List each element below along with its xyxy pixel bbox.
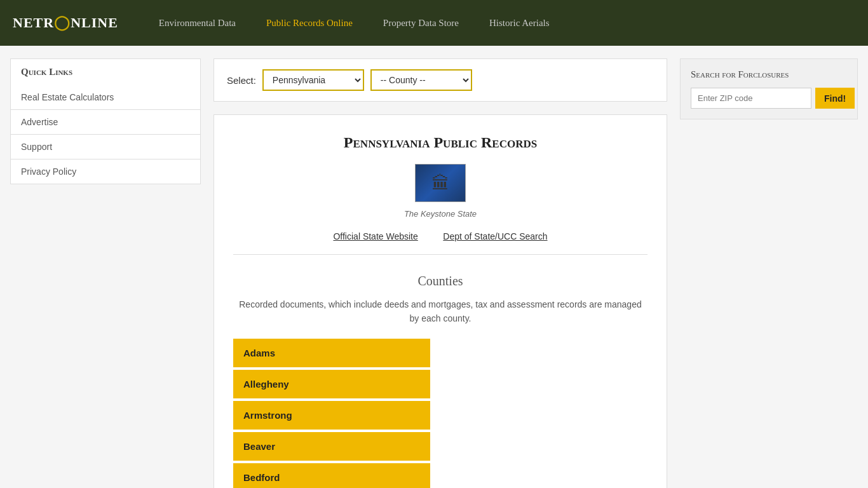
sidebar-item-real-estate-calculators[interactable]: Real Estate Calculators: [10, 85, 201, 110]
zip-input[interactable]: [691, 88, 811, 109]
official-state-website-link[interactable]: Official State Website: [333, 231, 417, 241]
county-allegheny[interactable]: Allegheny: [233, 370, 430, 398]
foreclosure-form: Find!: [691, 88, 847, 109]
state-select[interactable]: Pennsylvania: [262, 69, 364, 91]
right-sidebar: Search for Forclosures Find!: [680, 58, 858, 488]
sidebar-item-support[interactable]: Support: [10, 135, 201, 159]
county-select[interactable]: -- County --: [370, 69, 472, 91]
page-title: Pennsylvania Public Records: [233, 134, 648, 151]
sidebar-item-advertise[interactable]: Advertise: [10, 110, 201, 135]
counties-header: Counties: [233, 274, 648, 288]
county-beaver[interactable]: Beaver: [233, 432, 430, 461]
sidebar: Quick Links Real Estate Calculators Adve…: [10, 58, 201, 488]
county-adams[interactable]: Adams: [233, 339, 430, 367]
nav-public-records[interactable]: Public Records Online: [251, 0, 368, 46]
foreclosure-title: Search for Forclosures: [691, 69, 847, 80]
counties-list: Adams Allegheny Armstrong Beaver Bedford…: [233, 339, 648, 488]
dept-state-ucc-link[interactable]: Dept of State/UCC Search: [443, 231, 547, 241]
nav-environmental-data[interactable]: Environmental Data: [144, 0, 251, 46]
quick-links-header: Quick Links: [10, 58, 201, 85]
county-bedford[interactable]: Bedford: [233, 463, 430, 488]
main-container: Quick Links Real Estate Calculators Adve…: [0, 46, 868, 488]
foreclosure-box: Search for Forclosures Find!: [680, 58, 858, 119]
find-button[interactable]: Find!: [815, 88, 855, 109]
state-flag: [415, 164, 466, 202]
main-nav: Environmental Data Public Records Online…: [144, 0, 855, 46]
select-label: Select:: [227, 75, 256, 86]
logo-globe: ◯: [54, 15, 71, 31]
state-nickname: The Keystone State: [233, 209, 648, 219]
counties-description: Recorded documents, which include deeds …: [233, 297, 648, 326]
content-area: Select: Pennsylvania -- County -- Pennsy…: [214, 58, 667, 488]
main-content: Pennsylvania Public Records The Keystone…: [214, 114, 667, 488]
sidebar-item-privacy-policy[interactable]: Privacy Policy: [10, 159, 201, 184]
select-bar: Select: Pennsylvania -- County --: [214, 58, 667, 102]
state-links: Official State Website Dept of State/UCC…: [233, 231, 648, 255]
header: NETR◯NLINE Environmental Data Public Rec…: [0, 0, 868, 46]
county-armstrong[interactable]: Armstrong: [233, 401, 430, 430]
nav-property-data-store[interactable]: Property Data Store: [368, 0, 474, 46]
state-flag-container: [233, 164, 648, 204]
logo[interactable]: NETR◯NLINE: [13, 15, 118, 31]
nav-historic-aerials[interactable]: Historic Aerials: [474, 0, 565, 46]
